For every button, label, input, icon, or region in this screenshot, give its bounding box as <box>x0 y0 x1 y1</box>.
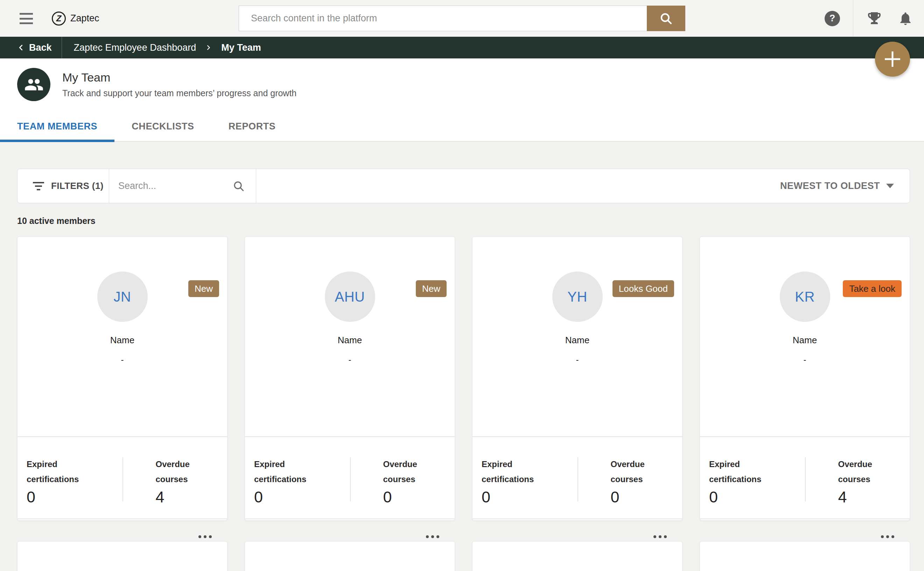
top-header: Z Zaptec ? <box>0 0 924 37</box>
member-card[interactable]: New AHU Name - Expired certifications 0 … <box>245 236 455 521</box>
people-icon <box>24 75 44 94</box>
trophy-icon <box>866 10 883 27</box>
team-icon-circle <box>17 68 50 101</box>
more-options-button[interactable] <box>650 532 670 542</box>
global-search-button[interactable] <box>647 6 685 31</box>
member-card[interactable]: Looks Good Expired certifications Overdu… <box>700 541 910 571</box>
member-search-input[interactable] <box>118 181 229 191</box>
member-stats: Expired certifications 0 Overdue courses… <box>473 436 682 519</box>
member-card[interactable]: Looks Good Expired certifications Overdu… <box>245 541 455 571</box>
member-subtitle: - <box>17 355 227 364</box>
stat-expired-certifications: Expired certifications 0 <box>473 437 578 519</box>
stat-label: Overdue courses <box>611 457 675 487</box>
tab-checklists[interactable]: CHECKLISTS <box>114 112 212 141</box>
global-search-input[interactable] <box>239 6 647 31</box>
stat-value: 0 <box>611 488 683 506</box>
avatar-initials: JN <box>114 289 131 305</box>
page-title: My Team <box>62 71 297 84</box>
member-card-top: New JN Name - <box>17 272 227 436</box>
member-name: Name <box>245 335 455 346</box>
avatar-initials: YH <box>567 289 587 305</box>
avatar: KR <box>780 272 830 322</box>
stat-label: Overdue courses <box>383 457 448 487</box>
chevron-right-icon <box>204 43 212 52</box>
breadcrumb-item-dashboard[interactable]: Zaptec Employee Dashboard <box>74 42 196 53</box>
avatar: YH <box>552 272 603 322</box>
stat-overdue-courses: Overdue courses 0 <box>350 437 455 519</box>
chevron-left-icon <box>17 43 25 52</box>
stat-label: Expired certifications <box>482 457 546 487</box>
avatar-initials: KR <box>795 289 815 305</box>
back-label: Back <box>29 42 52 53</box>
tab-bar: TEAM MEMBERS CHECKLISTS REPORTS <box>0 112 924 142</box>
member-subtitle: - <box>245 355 455 364</box>
member-name: Name <box>17 335 227 346</box>
brand-logo: Z Zaptec <box>52 0 99 37</box>
status-badge: New <box>188 280 219 297</box>
status-badge: Looks Good <box>612 280 674 297</box>
ellipsis-icon <box>198 536 201 538</box>
more-options-button[interactable] <box>422 532 443 542</box>
filter-icon <box>33 182 44 190</box>
main-content: FILTERS (1) NEWEST TO OLDEST 10 active m… <box>0 169 924 571</box>
add-button[interactable] <box>875 42 910 77</box>
zaptec-logo-icon: Z <box>52 12 66 26</box>
member-stats: Expired certifications 0 Overdue courses… <box>17 436 227 519</box>
filters-label: FILTERS (1) <box>51 181 104 191</box>
stat-expired-certifications: Expired certifications 0 <box>245 437 350 519</box>
member-card[interactable]: New JN Name - Expired certifications 0 O… <box>17 236 227 521</box>
more-options-button[interactable] <box>878 532 898 542</box>
ellipsis-icon <box>881 536 884 538</box>
more-options-button[interactable] <box>195 532 215 542</box>
tab-team-members[interactable]: TEAM MEMBERS <box>0 112 114 141</box>
member-card[interactable]: Looks Good YH Name - Expired certificati… <box>472 236 683 521</box>
member-card-top: New AHU Name - <box>245 272 455 436</box>
breadcrumb-item-current: My Team <box>221 42 261 53</box>
member-card[interactable]: Take a look KR Name - Expired certificat… <box>700 236 910 521</box>
ellipsis-icon <box>426 536 429 538</box>
status-badge: New <box>416 280 447 297</box>
sort-dropdown[interactable]: NEWEST TO OLDEST <box>765 169 910 203</box>
filter-toolbar: FILTERS (1) NEWEST TO OLDEST <box>17 169 910 203</box>
app-root: Z Zaptec ? <box>0 0 924 571</box>
title-row: My Team Track and support your team memb… <box>0 59 924 101</box>
member-search <box>109 169 256 203</box>
achievements-button[interactable] <box>865 0 884 37</box>
member-stats: Expired certifications 0 Overdue courses… <box>700 436 910 519</box>
global-search <box>239 6 685 31</box>
member-card[interactable]: Take a look Expired certifications Overd… <box>472 541 683 571</box>
stat-label: Overdue courses <box>156 457 221 487</box>
back-button[interactable]: Back <box>0 37 62 59</box>
hamburger-menu-icon[interactable] <box>20 13 33 24</box>
notifications-button[interactable] <box>897 0 914 37</box>
avatar: AHU <box>325 272 375 322</box>
active-members-count: 10 active members <box>17 216 924 225</box>
member-subtitle: - <box>700 355 910 364</box>
member-subtitle: - <box>473 355 682 364</box>
stat-value: 0 <box>26 488 122 506</box>
search-icon <box>232 179 245 193</box>
stat-value: 4 <box>838 488 910 506</box>
stat-expired-certifications: Expired certifications 0 <box>700 437 805 519</box>
stat-value: 4 <box>156 488 227 506</box>
tab-reports[interactable]: REPORTS <box>212 112 293 141</box>
sort-label: NEWEST TO OLDEST <box>780 181 880 191</box>
member-stats: Expired certifications 0 Overdue courses… <box>245 436 455 519</box>
status-badge: Take a look <box>843 280 902 297</box>
brand-name: Zaptec <box>70 13 99 24</box>
member-card-top: Take a look KR Name - <box>700 272 910 436</box>
avatar-initials: AHU <box>335 289 365 305</box>
stat-overdue-courses: Overdue courses 0 <box>578 437 683 519</box>
stat-value: 0 <box>383 488 455 506</box>
breadcrumb-bar: Back Zaptec Employee Dashboard My Team <box>0 37 924 59</box>
stat-value: 0 <box>254 488 350 506</box>
stat-label: Expired certifications <box>254 457 319 487</box>
stat-value: 0 <box>709 488 805 506</box>
filters-button[interactable]: FILTERS (1) <box>17 169 109 203</box>
member-card-top: Looks Good YH Name - <box>473 272 682 436</box>
member-card[interactable]: Looks Good Expired certifications Overdu… <box>17 541 227 571</box>
stat-expired-certifications: Expired certifications 0 <box>17 437 122 519</box>
avatar: JN <box>97 272 148 322</box>
help-button[interactable]: ? <box>823 0 841 37</box>
member-name: Name <box>473 335 682 346</box>
